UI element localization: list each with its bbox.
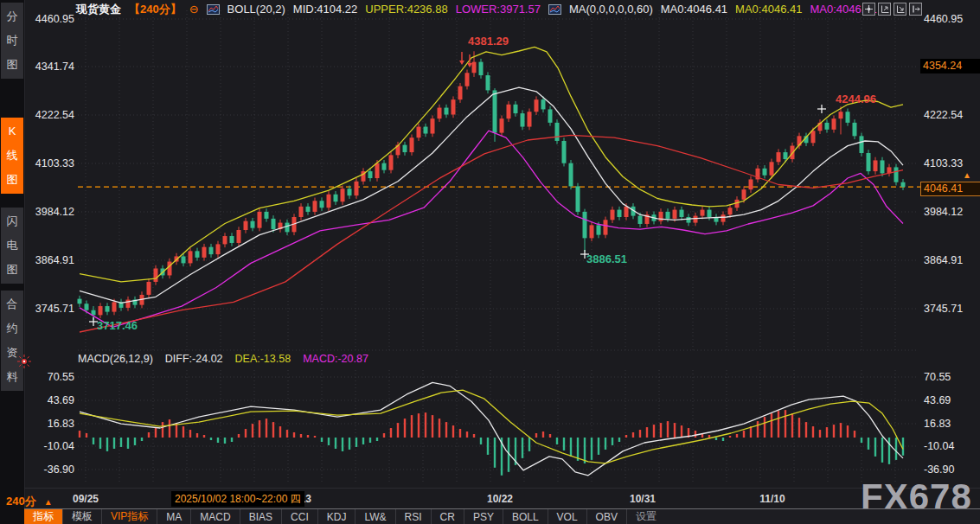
ma-label: MA(0,0,0,0,0,60): [569, 3, 653, 16]
macd-axis-right-label-4: -36.90: [924, 463, 954, 476]
price-axis-left-label-5: 3864.91: [29, 253, 74, 267]
price-axis-right-label-5: 3745.71: [924, 302, 963, 316]
symbol-name: 现货黄金: [76, 2, 121, 17]
toolbar-item-KDJ[interactable]: KDJ: [318, 509, 356, 524]
ma0-value-2: MA0:4046.41: [735, 3, 802, 16]
toolbar-item-VIP指标[interactable]: VIP指标: [102, 509, 157, 524]
chart-tool-icons: [862, 3, 922, 16]
toolbar-item-RSI[interactable]: RSI: [396, 509, 432, 524]
price-axis-right-label-2: 4103.33: [924, 157, 963, 170]
price-axis-left-label-3: 4103.33: [29, 157, 74, 170]
chart-canvas[interactable]: [0, 0, 980, 524]
toolbar-item-OBV[interactable]: OBV: [587, 509, 627, 524]
price-axis-left-label-1: 4341.74: [29, 60, 74, 73]
macd-axis-right-label-3: -10.04: [924, 439, 954, 453]
toolbar-item-MA[interactable]: MA: [157, 509, 191, 524]
axis-scale-left-icon[interactable]: [878, 3, 891, 16]
ma-indicator-icon[interactable]: [548, 4, 561, 15]
toolbar-item-指标[interactable]: 指标: [24, 509, 63, 524]
toolbar-item-VOL[interactable]: VOL: [548, 509, 587, 524]
annotation-swing-high: 4244.96: [836, 93, 876, 105]
macd-axis-left-label-3: -10.04: [29, 439, 74, 453]
price-axis-right-label-0: 4460.95: [924, 12, 963, 26]
collapse-icon[interactable]: ⊖: [189, 3, 199, 15]
macd-macd-value: MACD:-20.87: [303, 353, 368, 365]
toolbar-item-CCI[interactable]: CCI: [282, 509, 318, 524]
toolbar-item-模板[interactable]: 模板: [63, 509, 102, 524]
toolbar-item-MACD[interactable]: MACD: [191, 509, 240, 524]
kline-app-window: 现货黄金 【240分】 ⊖ BOLL(20,2) MID:4104.22 UPP…: [0, 0, 980, 524]
macd-axis-right-label-1: 43.69: [924, 393, 951, 407]
price-axis-right-label-4: 3864.91: [924, 253, 963, 267]
price-tag-4046.41: 4046.41: [920, 182, 980, 196]
boll-upper-value: UPPER:4236.88: [365, 3, 447, 16]
hot-indicator-icon: [17, 355, 31, 372]
xaxis-label-11/10: 11/10: [759, 493, 785, 505]
toolbar-item-设置[interactable]: 设置: [627, 509, 665, 524]
macd-axis-right-label-0: 70.55: [924, 370, 951, 384]
period-selector[interactable]: 240分 ▲: [6, 494, 53, 509]
macd-dea-value: DEA:-13.58: [235, 353, 291, 365]
period-selector-label: 240分: [6, 494, 36, 509]
xaxis-separator: [24, 488, 980, 489]
pane-expand-icon[interactable]: [909, 3, 922, 16]
boll-label: BOLL(20,2): [227, 3, 285, 16]
price-axis-right-label-1: 4222.54: [924, 108, 963, 122]
price-axis-right-label-3: 3984.12: [924, 205, 963, 219]
toolbar-item-BIAS[interactable]: BIAS: [240, 509, 282, 524]
ma0-value-1: MA0:4046.41: [661, 3, 727, 16]
macd-axis-left-label-4: -36.90: [29, 463, 74, 476]
toolbar-item-BOLL[interactable]: BOLL: [503, 509, 548, 524]
xaxis-label-10/31: 10/31: [630, 493, 656, 505]
xaxis-label-10/22: 10/22: [487, 493, 513, 505]
price-axis-left-label-0: 4460.95: [29, 12, 74, 26]
macd-diff-value: DIFF:-24.02: [165, 353, 223, 365]
indicator-toolbar: 指标模板VIP指标MAMACDBIASCCIKDJLW&RSICRPSYBOLL…: [24, 508, 980, 524]
xaxis-label-09/25: 09/25: [73, 493, 99, 505]
macd-axis-right-label-2: 16.83: [924, 417, 951, 431]
macd-pane-header: MACD(26,12,9) DIFF:-24.02 DEA:-13.58 MAC…: [78, 353, 368, 365]
toolbar-item-CR[interactable]: CR: [432, 509, 464, 524]
annotation-swing-low: 3886.51: [586, 252, 627, 265]
period-label: 【240分】: [129, 2, 182, 17]
price-axis-left-label-2: 4222.54: [29, 108, 74, 122]
macd-axis-left-label-0: 70.55: [29, 370, 74, 384]
boll-mid-value: MID:4104.22: [293, 3, 357, 16]
annotation-start-low: 3717.46: [97, 319, 138, 332]
crosshair-date-tooltip: 2025/10/02 18:00~22:00 四: [171, 491, 304, 507]
crosshair-tool-icon[interactable]: [862, 3, 875, 16]
current-price-marker-icon: ▲: [963, 170, 971, 180]
macd-params-label: MACD(26,12,9): [78, 353, 153, 365]
boll-lower-value: LOWER:3971.57: [456, 3, 541, 16]
axis-scale-right-icon[interactable]: [894, 3, 906, 16]
macd-axis-left-label-1: 43.69: [29, 393, 74, 407]
period-dropdown-icon: ▲: [44, 497, 53, 507]
toolbar-item-LW&[interactable]: LW&: [355, 509, 395, 524]
price-axis-left-label-4: 3984.12: [29, 205, 74, 219]
toolbar-item-PSY[interactable]: PSY: [464, 509, 503, 524]
macd-axis-left-label-2: 16.83: [29, 417, 74, 431]
annotation-peak-high: 4381.29: [468, 35, 509, 48]
chart-header: 现货黄金 【240分】 ⊖ BOLL(20,2) MID:4104.22 UPP…: [76, 2, 877, 16]
price-axis-left-label-6: 3745.71: [29, 302, 74, 316]
price-tag-4354.24: 4354.24: [920, 59, 980, 73]
boll-indicator-icon[interactable]: [207, 4, 220, 15]
